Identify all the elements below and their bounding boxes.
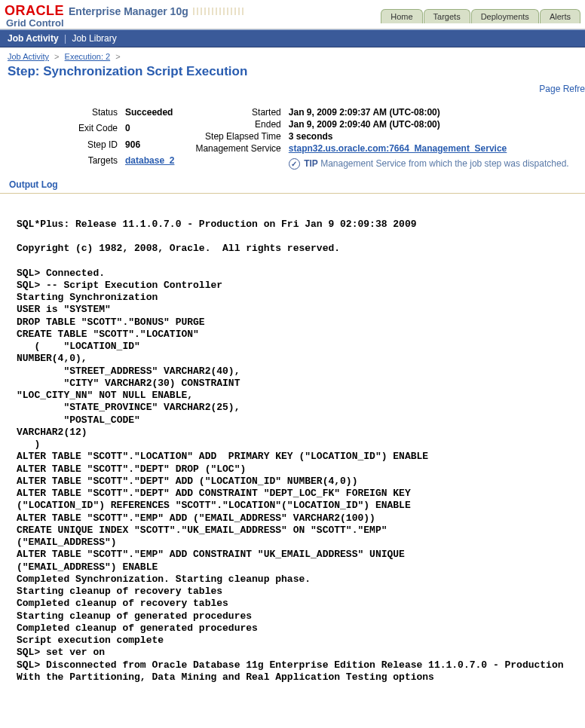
breadcrumb-sep: > bbox=[51, 52, 62, 61]
status-label: Status bbox=[78, 106, 125, 122]
tip-icon: ✓ bbox=[289, 158, 300, 170]
tab-deployments[interactable]: Deployments bbox=[471, 9, 539, 23]
ended-label: Ended bbox=[195, 118, 288, 130]
targets-link[interactable]: database_2 bbox=[125, 155, 174, 166]
tip-text: Management Service from which the job st… bbox=[320, 158, 569, 169]
step-elapsed-label: Step Elapsed Time bbox=[195, 130, 288, 142]
step-elapsed-value: 3 seconds bbox=[289, 130, 569, 142]
output-log: SQL*Plus: Release 11.1.0.7.0 - Productio… bbox=[0, 200, 585, 694]
right-kv-col: StartedJan 9, 2009 2:09:37 AM (UTC-08:00… bbox=[195, 106, 568, 170]
em-title: Enterprise Manager 10g bbox=[69, 5, 188, 17]
targets-label: Targets bbox=[78, 154, 125, 170]
ended-value: Jan 9, 2009 2:09:40 AM (UTC-08:00) bbox=[289, 118, 569, 130]
breadcrumb-job-activity[interactable]: Job Activity bbox=[8, 52, 49, 61]
breadcrumb-execution[interactable]: Execution: 2 bbox=[65, 52, 111, 61]
exit-code-label: Exit Code bbox=[78, 122, 125, 138]
subnav-job-activity[interactable]: Job Activity bbox=[8, 33, 59, 44]
step-id-label: Step ID bbox=[78, 139, 125, 154]
page-title: Step: Synchronization Script Execution bbox=[0, 63, 585, 84]
header-bar: ORACLE Enterprise Manager 10g Grid Contr… bbox=[0, 0, 585, 29]
breadcrumb-sep-2: > bbox=[112, 52, 123, 61]
tip-row: ✓ TIP Management Service from which the … bbox=[289, 155, 569, 170]
left-kv-col: StatusSucceeded Exit Code0 Step ID906 Ta… bbox=[78, 106, 174, 170]
tab-targets[interactable]: Targets bbox=[424, 9, 470, 23]
breadcrumb: Job Activity > Execution: 2 > bbox=[0, 47, 585, 63]
tab-alerts[interactable]: Alerts bbox=[540, 9, 580, 23]
stripes-icon bbox=[193, 8, 246, 15]
tab-home[interactable]: Home bbox=[381, 9, 422, 23]
exit-code-value: 0 bbox=[125, 122, 174, 138]
oracle-logo: ORACLE bbox=[5, 3, 64, 19]
main-tabs: Home Targets Deployments Alerts bbox=[381, 9, 580, 23]
status-value: Succeeded bbox=[125, 106, 174, 122]
started-label: Started bbox=[195, 106, 288, 118]
grid-control-label: Grid Control bbox=[6, 17, 64, 29]
brand-block: ORACLE Enterprise Manager 10g Grid Contr… bbox=[5, 3, 246, 29]
subnav: Job Activity | Job Library bbox=[0, 29, 585, 47]
details-area: StatusSucceeded Exit Code0 Step ID906 Ta… bbox=[0, 99, 585, 178]
section-divider bbox=[0, 193, 585, 194]
started-value: Jan 9, 2009 2:09:37 AM (UTC-08:00) bbox=[289, 106, 569, 118]
tip-label: TIP bbox=[304, 158, 318, 169]
mgmt-service-link[interactable]: stapn32.us.oracle.com:7664_Management_Se… bbox=[289, 143, 507, 154]
subnav-job-library[interactable]: Job Library bbox=[72, 33, 116, 44]
page-refresh-link[interactable]: Page Refre bbox=[0, 84, 585, 99]
output-log-title: Output Log bbox=[0, 178, 585, 191]
step-id-value: 906 bbox=[125, 139, 174, 154]
subnav-separator: | bbox=[61, 33, 69, 44]
mgmt-service-label: Management Service bbox=[195, 142, 288, 154]
